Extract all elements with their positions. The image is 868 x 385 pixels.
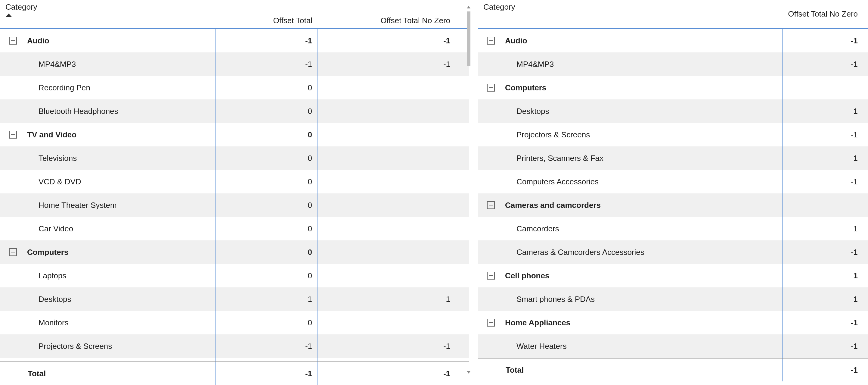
row-label: Computers Accessories	[478, 177, 599, 186]
table-row[interactable]: VCD & DVD0	[0, 170, 469, 194]
cell-offset-total-no-zero	[318, 123, 459, 146]
table-row[interactable]: Printers, Scanners &11	[0, 358, 469, 361]
table-row[interactable]: Projectors & Screens-1-1	[0, 334, 469, 358]
cell-offset-total-no-zero: -1	[782, 123, 867, 146]
cell-offset-total: 0	[216, 311, 318, 334]
row-label: Computers	[22, 248, 68, 257]
cell-offset-total-no-zero	[318, 217, 459, 240]
matrix-visual-left[interactable]: Category Offset Total Offset Total No Ze…	[0, 0, 469, 385]
cell-offset-total-no-zero	[782, 194, 867, 217]
cell-offset-total: 0	[216, 123, 318, 146]
cell-offset-total: -1	[216, 334, 318, 358]
cell-offset-total-no-zero: -1	[318, 52, 459, 76]
header-category[interactable]: Category	[0, 2, 216, 25]
total-row-left[interactable]: Total -1 -1	[0, 361, 469, 385]
collapse-icon[interactable]	[487, 84, 495, 92]
table-row[interactable]: Projectors & Screens-1	[478, 123, 868, 146]
header-category-label-right: Category	[483, 2, 515, 12]
group-row[interactable]: Cell phones1	[478, 264, 868, 287]
table-row[interactable]: Recording Pen0	[0, 76, 469, 99]
table-row[interactable]: Laptops0	[0, 264, 469, 287]
cell-offset-total: 1	[216, 358, 318, 361]
group-row[interactable]: Computers0	[0, 240, 469, 264]
table-row[interactable]: Desktops1	[478, 99, 868, 123]
group-row[interactable]: TV and Video0	[0, 123, 469, 146]
cell-offset-total: 0	[216, 264, 318, 287]
cell-offset-total: 0	[216, 217, 318, 240]
table-row[interactable]: Cameras & Camcorders Accessories-1	[478, 240, 868, 264]
table-row[interactable]: Car Video0	[0, 217, 469, 240]
table-row[interactable]: Camcorders1	[478, 217, 868, 240]
total-row[interactable]: Total-1	[478, 358, 868, 381]
row-label: Desktops	[478, 107, 549, 116]
table-row[interactable]: MP4&MP3-1-1	[0, 52, 469, 76]
header-category-right[interactable]: Category	[478, 2, 782, 25]
table-row[interactable]: Home Theater System0	[0, 194, 469, 217]
table-row[interactable]: Printers, Scanners & Fax1	[478, 146, 868, 170]
table-row[interactable]: Smart phones & PDAs1	[478, 287, 868, 311]
cell-offset-total-no-zero	[318, 76, 459, 99]
column-headers-right: Category Offset Total No Zero	[478, 0, 868, 29]
cell-offset-total-no-zero: 1	[782, 99, 867, 123]
cell-offset-total: -1	[216, 52, 318, 76]
total-v1: -1	[216, 362, 318, 385]
table-row[interactable]: MP4&MP3-1	[478, 52, 868, 76]
row-label: Car Video	[0, 224, 73, 234]
table-row[interactable]: Monitors0	[0, 311, 469, 334]
group-row[interactable]: Home Appliances-1	[478, 311, 868, 334]
collapse-icon[interactable]	[9, 248, 17, 256]
group-row[interactable]: Audio-1	[478, 29, 868, 52]
collapse-icon[interactable]	[487, 201, 495, 209]
collapse-icon[interactable]	[487, 272, 495, 279]
cell-offset-total-no-zero: 1	[782, 217, 867, 240]
group-row[interactable]: Audio-1-1	[0, 29, 469, 52]
cell-offset-total-no-zero: 1	[782, 146, 867, 170]
matrix-visual-right[interactable]: Category Offset Total No Zero Audio-1MP4…	[469, 0, 868, 385]
row-label: Monitors	[0, 318, 69, 327]
collapse-icon[interactable]	[487, 37, 495, 45]
cell-offset-total: 0	[216, 240, 318, 264]
header-offset-total-no-zero[interactable]: Offset Total No Zero	[318, 16, 459, 25]
row-label: Televisions	[0, 154, 77, 163]
cell-offset-total: 0	[216, 99, 318, 123]
cell-offset-total-no-zero: -1	[318, 334, 459, 358]
row-label: Recording Pen	[0, 83, 90, 92]
table-row[interactable]: Computers Accessories-1	[478, 170, 868, 194]
table-row[interactable]: Bluetooth Headphones0	[0, 99, 469, 123]
cell-offset-total-no-zero	[318, 170, 459, 194]
table-row[interactable]: Desktops11	[0, 287, 469, 311]
row-label: Home Appliances	[500, 318, 570, 327]
row-label: Home Theater System	[0, 201, 117, 210]
collapse-icon[interactable]	[9, 37, 17, 45]
table-row[interactable]: Televisions0	[0, 146, 469, 170]
group-row[interactable]: Computers	[478, 76, 868, 99]
cell-offset-total: 0	[216, 146, 318, 170]
row-label: Bluetooth Headphones	[0, 107, 118, 116]
collapse-icon[interactable]	[9, 131, 17, 139]
row-label: Audio	[500, 36, 527, 46]
cell-offset-total: 1	[216, 287, 318, 311]
row-label: Water Heaters	[478, 342, 567, 351]
cell-offset-total-no-zero	[318, 99, 459, 123]
cell-offset-total-no-zero	[318, 240, 459, 264]
cell-offset-total-no-zero	[782, 76, 867, 99]
row-label: Camcorders	[478, 224, 559, 234]
cell-offset-total-no-zero: -1	[782, 311, 867, 334]
matrix-rows-left: Audio-1-1MP4&MP3-1-1Recording Pen0Blueto…	[0, 29, 469, 361]
cell-offset-total-no-zero: -1	[782, 170, 867, 194]
cell-offset-total: 0	[216, 170, 318, 194]
row-label: Printers, Scanners & Fax	[478, 154, 603, 163]
row-label: Cameras and camcorders	[500, 201, 601, 210]
table-row[interactable]: Water Heaters-1	[478, 334, 868, 358]
row-label: TV and Video	[22, 130, 76, 140]
total-v2: -1	[318, 362, 459, 385]
collapse-icon[interactable]	[487, 319, 495, 327]
cell-offset-total-no-zero: -1	[782, 334, 867, 358]
row-label: Projectors & Screens	[478, 130, 590, 140]
cell-offset-total: -1	[216, 29, 318, 52]
group-row[interactable]: Cameras and camcorders	[478, 194, 868, 217]
header-offset-total-no-zero-right[interactable]: Offset Total No Zero	[782, 2, 867, 25]
cell-offset-total-no-zero	[318, 146, 459, 170]
header-offset-total[interactable]: Offset Total	[216, 16, 318, 25]
row-label: Cell phones	[500, 271, 549, 280]
